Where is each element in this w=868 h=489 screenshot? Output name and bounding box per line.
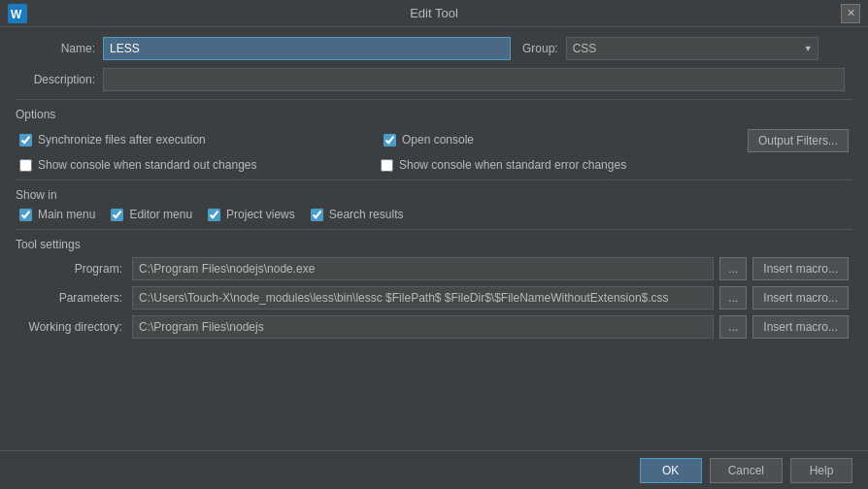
cancel-button[interactable]: Cancel — [710, 458, 783, 483]
close-button[interactable]: ✕ — [841, 4, 860, 23]
search-results-checkbox[interactable] — [311, 209, 323, 221]
description-label: Description: — [16, 73, 103, 86]
working-dir-label: Working directory: — [19, 320, 126, 334]
name-label: Name: — [16, 42, 103, 55]
show-in-section: Main menu Editor menu Project views Sear… — [16, 208, 852, 221]
search-results-row: Search results — [311, 208, 404, 221]
description-input[interactable] — [103, 68, 845, 91]
sync-files-label: Synchronize files after execution — [38, 133, 206, 147]
editor-menu-label: Editor menu — [129, 208, 192, 221]
program-macro-button[interactable]: Insert macro... — [752, 257, 849, 280]
description-row: Description: — [16, 68, 852, 91]
titlebar: W Edit Tool ✕ — [0, 0, 868, 27]
dialog-body: Name: Group: CSS Description: Options Sy… — [0, 27, 868, 354]
show-in-section-label: Show in — [16, 188, 852, 202]
show-console-err-row: Show console when standard error changes — [381, 158, 742, 172]
main-menu-row: Main menu — [19, 208, 95, 221]
parameters-macro-button[interactable]: Insert macro... — [752, 286, 849, 310]
program-label: Program: — [19, 262, 126, 276]
name-group-row: Name: Group: CSS — [16, 37, 852, 60]
app-logo: W — [8, 4, 27, 23]
show-in-divider — [16, 179, 852, 180]
project-views-checkbox[interactable] — [208, 209, 220, 221]
show-console-std-row: Show console when standard out changes — [19, 158, 381, 172]
parameters-label: Parameters: — [19, 291, 126, 305]
dialog-title: Edit Tool — [27, 6, 841, 20]
show-console-std-checkbox[interactable] — [19, 159, 32, 172]
ok-button[interactable]: OK — [640, 458, 702, 483]
show-console-err-checkbox[interactable] — [381, 159, 393, 172]
options-section-label: Options — [16, 108, 852, 121]
tool-settings-section-label: Tool settings — [16, 238, 852, 251]
show-console-err-label: Show console when standard error changes — [399, 158, 626, 172]
show-console-std-label: Show console when standard out changes — [38, 158, 257, 172]
editor-menu-checkbox[interactable] — [111, 209, 123, 221]
program-input[interactable] — [132, 257, 714, 280]
group-container: Group: CSS — [522, 37, 818, 60]
open-console-row: Open console — [384, 133, 748, 147]
sync-files-checkbox[interactable] — [19, 134, 32, 147]
parameters-input[interactable] — [132, 286, 714, 310]
sync-files-row: Synchronize files after execution — [19, 133, 384, 147]
editor-menu-row: Editor menu — [111, 208, 192, 221]
group-label: Group: — [522, 42, 566, 55]
search-results-label: Search results — [329, 208, 404, 221]
working-dir-input[interactable] — [132, 315, 714, 339]
bottom-bar: OK Cancel Help — [0, 450, 868, 489]
name-input[interactable] — [103, 37, 511, 60]
group-select-wrapper: CSS — [566, 37, 818, 60]
project-views-label: Project views — [226, 208, 295, 221]
main-menu-label: Main menu — [38, 208, 95, 221]
program-ellipsis-button[interactable]: ... — [719, 257, 747, 280]
project-views-row: Project views — [208, 208, 295, 221]
output-filters-button[interactable]: Output Filters... — [748, 129, 849, 152]
tool-settings-divider — [16, 229, 852, 230]
parameters-ellipsis-button[interactable]: ... — [719, 286, 747, 310]
group-select[interactable]: CSS — [566, 37, 818, 60]
svg-text:W: W — [11, 8, 22, 21]
open-console-checkbox[interactable] — [384, 134, 396, 147]
main-menu-checkbox[interactable] — [19, 209, 32, 221]
options-divider — [16, 99, 852, 100]
working-dir-ellipsis-button[interactable]: ... — [719, 315, 747, 339]
help-button[interactable]: Help — [790, 458, 852, 483]
open-console-label: Open console — [402, 133, 474, 147]
working-dir-macro-button[interactable]: Insert macro... — [752, 315, 849, 339]
